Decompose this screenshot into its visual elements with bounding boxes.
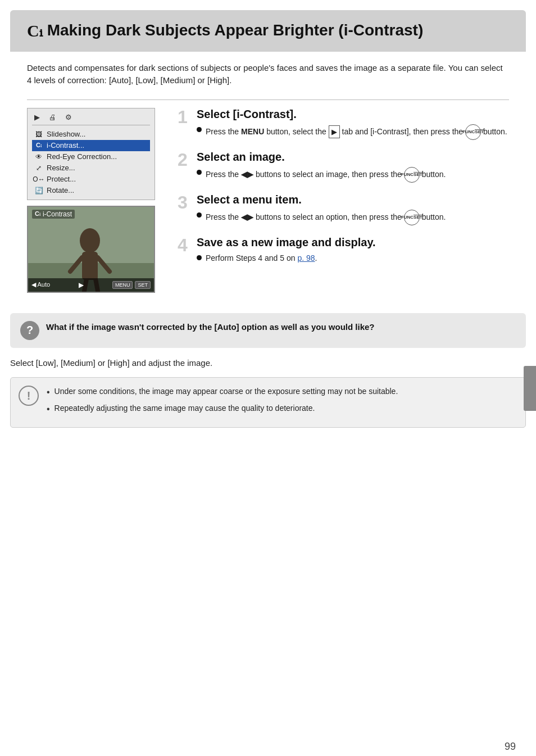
step-1-number: 1 <box>175 108 190 126</box>
warn-bullet-2: • <box>47 402 50 416</box>
camera-buttons: MENU SET <box>112 281 151 289</box>
right-arrow: ▶ <box>79 281 84 289</box>
step-1-detail: Press the MENU button, select the ▶ tab … <box>197 124 509 140</box>
resize-icon: ⤢ <box>34 164 43 173</box>
page-number: 99 <box>505 741 516 753</box>
step-4-title: Save as a new image and display. <box>197 236 509 249</box>
camera-label: Cᵢ i-Contrast <box>32 210 75 219</box>
menu-item-label: Rotate... <box>47 186 74 194</box>
bullet-icon <box>197 127 202 132</box>
step-1-text: Press the MENU button, select the ▶ tab … <box>206 124 507 140</box>
svg-rect-3 <box>82 252 98 280</box>
page-link: p. 98 <box>297 253 315 262</box>
step-3-number: 3 <box>175 193 190 211</box>
step-4-content: Save as a new image and display. Perform… <box>197 236 509 266</box>
step-1-title: Select [i-Contrast]. <box>197 108 509 121</box>
warn-bullet-1: • <box>47 386 50 399</box>
redeye-icon: 👁 <box>34 152 43 161</box>
warning-icon: ! <box>19 386 39 406</box>
bullet-icon <box>197 255 202 260</box>
step-3: 3 Select a menu item. Press the ◀▶ butto… <box>175 193 509 227</box>
question-text: What if the image wasn't corrected by th… <box>46 321 374 333</box>
menu-item-resize[interactable]: ⤢ Resize... <box>32 162 150 174</box>
warning-callout: ! • Under some conditions, the image may… <box>10 377 526 428</box>
set-btn-badge[interactable]: SET <box>135 281 151 289</box>
icontrast-icon: Cᵢ <box>34 141 43 150</box>
camera-bottom-bar: ◀ Auto ▶ MENU SET <box>28 278 154 292</box>
menu-item-slideshow[interactable]: 🖼 Slideshow... <box>32 129 150 140</box>
func-set-btn-1: FUNCSET <box>465 124 481 140</box>
auto-label: ◀ Auto <box>31 281 50 288</box>
menu-tab-print: 🖨 <box>47 112 58 123</box>
menu-tab-settings: ⚙ <box>63 112 74 123</box>
menu-item-label: Red-Eye Correction... <box>47 152 117 161</box>
ci-icon: Cᵢ <box>27 20 43 42</box>
menu-item-protect[interactable]: O↔ Protect... <box>32 174 150 185</box>
bullet-icon <box>197 212 202 218</box>
step-3-detail: Press the ◀▶ buttons to select an option… <box>197 210 509 225</box>
page-header: Cᵢ Making Dark Subjects Appear Brighter … <box>10 10 526 52</box>
svg-point-2 <box>80 228 100 253</box>
ci-small-icon: Cᵢ <box>35 210 40 218</box>
step-3-text: Press the ◀▶ buttons to select an option… <box>206 210 446 225</box>
camera-preview: Cᵢ i-Contrast ◀ Auto ▶ MENU SET <box>27 206 155 293</box>
main-content: Detects and compensates for dark section… <box>10 52 526 313</box>
step-1: 1 Select [i-Contrast]. Press the MENU bu… <box>175 108 509 142</box>
page-title: Cᵢ Making Dark Subjects Appear Brighter … <box>27 20 509 42</box>
play-tab-icon: ▶ <box>329 125 340 139</box>
step-2-text: Press the ◀▶ buttons to select an image,… <box>206 167 446 183</box>
slideshow-icon: 🖼 <box>34 130 43 139</box>
menu-item-rotate[interactable]: 🔄 Rotate... <box>32 185 150 196</box>
intro-text: Detects and compensates for dark section… <box>27 62 509 87</box>
func-set-btn-3: FUNCSET <box>404 210 420 225</box>
warn-item-2: • Repeatedly adjusting the same image ma… <box>47 402 515 416</box>
step-2-title: Select an image. <box>197 151 509 164</box>
func-set-btn-2: FUNCSET <box>404 167 420 183</box>
step-2-detail: Press the ◀▶ buttons to select an image,… <box>197 167 509 183</box>
step-4: 4 Save as a new image and display. Perfo… <box>175 236 509 266</box>
steps-panel: 1 Select [i-Contrast]. Press the MENU bu… <box>162 108 509 293</box>
step-1-content: Select [i-Contrast]. Press the MENU butt… <box>197 108 509 142</box>
menu-item-icontrast[interactable]: Cᵢ i-Contrast... <box>32 140 150 151</box>
title-text: Making Dark Subjects Appear Brighter (i-… <box>47 20 424 40</box>
preview-label-text: i-Contrast <box>43 210 72 218</box>
menu-tab-play: ▶ <box>32 112 42 123</box>
step-4-text: Perform Steps 4 and 5 on p. 98. <box>206 252 317 264</box>
step-3-title: Select a menu item. <box>197 193 509 206</box>
warn-text-1: Under some conditions, the image may app… <box>54 386 398 399</box>
menu-item-redeye[interactable]: 👁 Red-Eye Correction... <box>32 151 150 162</box>
menu-item-label: Protect... <box>47 175 76 183</box>
menu-btn-badge[interactable]: MENU <box>112 281 133 289</box>
step-2: 2 Select an image. Press the ◀▶ buttons … <box>175 151 509 184</box>
bullet-icon <box>197 170 202 175</box>
menu-item-label: i-Contrast... <box>47 141 84 150</box>
step-3-content: Select a menu item. Press the ◀▶ buttons… <box>197 193 509 227</box>
step-2-content: Select an image. Press the ◀▶ buttons to… <box>197 151 509 184</box>
protect-icon: O↔ <box>34 175 43 184</box>
left-panel: ▶ 🖨 ⚙ 🖼 Slideshow... Cᵢ i-Contrast... 👁 <box>27 108 162 293</box>
step-2-number: 2 <box>175 151 190 169</box>
right-tab <box>524 366 536 411</box>
rotate-icon: 🔄 <box>34 186 43 195</box>
question-callout: ? What if the image wasn't corrected by … <box>10 313 526 348</box>
menu-screenshot: ▶ 🖨 ⚙ 🖼 Slideshow... Cᵢ i-Contrast... 👁 <box>27 108 155 200</box>
step-4-number: 4 <box>175 236 190 254</box>
menu-tabs: ▶ 🖨 ⚙ <box>32 112 150 125</box>
step-4-detail: Perform Steps 4 and 5 on p. 98. <box>197 252 509 264</box>
warning-bullets: • Under some conditions, the image may a… <box>47 386 515 419</box>
page: Cᵢ Making Dark Subjects Appear Brighter … <box>0 10 536 756</box>
menu-item-label: Slideshow... <box>47 130 85 138</box>
menu-item-label: Resize... <box>47 164 75 172</box>
answer-text: Select [Low], [Medium] or [High] and adj… <box>10 357 526 370</box>
main-area: ▶ 🖨 ⚙ 🖼 Slideshow... Cᵢ i-Contrast... 👁 <box>27 99 509 293</box>
warn-text-2: Repeatedly adjusting the same image may … <box>54 402 315 416</box>
question-icon: ? <box>20 321 39 340</box>
warn-item-1: • Under some conditions, the image may a… <box>47 386 515 399</box>
